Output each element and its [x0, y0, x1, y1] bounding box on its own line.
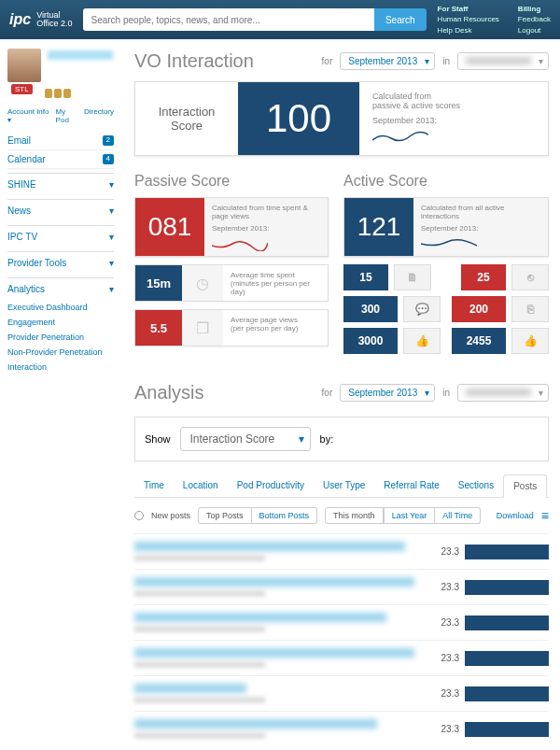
avg-pages-value: 5.5 [135, 310, 182, 346]
sidebar: STL Account Info ▾ My Pod Directory Emai… [0, 39, 121, 750]
tab-time[interactable]: Time [134, 474, 174, 497]
staff-heading: For Staff [438, 4, 499, 14]
directory-link[interactable]: Directory [84, 107, 114, 124]
sidebar-shine[interactable]: SHINE▾ [7, 173, 114, 195]
logo-ipc: ipc [9, 11, 31, 28]
post-row[interactable]: 23.3 [134, 640, 549, 675]
logout-link[interactable]: Logout [518, 25, 551, 35]
month-dropdown[interactable]: September 2013 [340, 52, 435, 70]
passive-heading: Passive Score [134, 173, 329, 190]
page-title: VO Interaction [134, 50, 315, 72]
user-block: STL [7, 49, 114, 100]
sub-dashboard[interactable]: Executive Dashboard [7, 300, 114, 315]
top-links: For Staff Human Resources Help Desk Bill… [438, 4, 551, 35]
interaction-score-card: Interaction Score 100 Calculated from pa… [134, 81, 549, 156]
active-column: Active Score 121 Calculated from all act… [343, 173, 549, 360]
passive-column: Passive Score 081 Calculated from time s… [134, 173, 329, 360]
comment-icon: 💬 [403, 296, 441, 322]
tab-location[interactable]: Location [174, 474, 228, 497]
sparkline-icon [372, 131, 460, 146]
tab-referral[interactable]: Referral Rate [374, 474, 448, 497]
billing-heading: Billing [518, 4, 551, 14]
menu-icon[interactable]: ≡ [541, 508, 549, 523]
active-value: 121 [344, 198, 413, 256]
search-wrap: Search [83, 8, 426, 31]
logo: ipc Virtual Office 2.0 [9, 11, 72, 28]
sub-interaction[interactable]: Interaction [7, 360, 114, 375]
bar-icon [465, 616, 549, 630]
bar-icon [465, 651, 549, 666]
avg-time-row: 15m ◷ Average time spent(minutes per per… [134, 264, 329, 302]
tab-user[interactable]: User Type [314, 474, 374, 497]
mypod-link[interactable]: My Pod [56, 107, 78, 124]
sidebar-ipctv[interactable]: IPC TV▾ [7, 225, 114, 248]
active-stat-2: 25 [461, 264, 506, 290]
search-input[interactable] [83, 8, 373, 31]
tab-posts[interactable]: Posts [503, 474, 547, 498]
avg-pages-row: 5.5 ❐ Average page views(per person per … [134, 309, 329, 347]
analysis-tabs: Time Location Pod Productivity User Type… [134, 474, 549, 498]
post-row[interactable]: 23.3 [134, 604, 549, 640]
hr-link[interactable]: Human Resources [438, 14, 499, 24]
doc-icon: 🗎 [394, 264, 431, 290]
helpdesk-link[interactable]: Help Desk [438, 25, 499, 35]
sidebar-news[interactable]: News▾ [7, 199, 114, 221]
metric-dropdown[interactable]: Interaction Score [180, 427, 311, 451]
filter-row: New posts Top Posts Bottom Posts This mo… [134, 498, 549, 533]
active-stat-4: 200 [452, 296, 506, 322]
reply-icon: ⎘ [511, 296, 549, 322]
bar-icon [465, 545, 549, 559]
logo-vo: Virtual Office 2.0 [36, 11, 72, 28]
bar-icon [465, 722, 549, 737]
bottom-posts-btn[interactable]: Bottom Posts [252, 507, 318, 524]
share-icon: ⎋ [511, 264, 549, 290]
badge-stl: STL [11, 84, 33, 94]
sidebar-email[interactable]: Email 2 [7, 132, 114, 150]
analysis-month-dropdown[interactable]: September 2013 [340, 384, 435, 402]
sub-provider[interactable]: Provider Penetration [7, 330, 114, 345]
bar-icon [465, 686, 549, 701]
sidebar-analytics[interactable]: Analytics▾ [7, 277, 114, 300]
sub-nonprovider[interactable]: Non-Provider Penetration [7, 345, 114, 360]
avatar[interactable] [7, 49, 41, 82]
alltime-btn[interactable]: All Time [435, 507, 481, 524]
active-stat-3: 300 [343, 296, 398, 322]
avg-time-value: 15m [135, 265, 182, 301]
newposts-radio[interactable] [134, 511, 144, 520]
calendar-badge: 4 [103, 154, 114, 164]
account-link[interactable]: Account Info ▾ [7, 107, 50, 124]
clock-icon: ◷ [182, 265, 223, 301]
analysis-title: Analysis [134, 382, 315, 403]
post-row[interactable]: 23.3 [134, 533, 549, 569]
like-icon: 👍 [403, 328, 441, 354]
posts-list: 23.3 23.3 23.3 23.3 23.3 23.3 [134, 533, 549, 746]
username [48, 50, 113, 60]
post-row[interactable]: 23.3 [134, 675, 549, 711]
sub-engagement[interactable]: Engagement [7, 315, 114, 330]
interaction-label: Interaction Score [135, 105, 238, 133]
active-heading: Active Score [343, 173, 549, 190]
like2-icon: 👍 [511, 328, 549, 354]
search-button[interactable]: Search [374, 8, 427, 31]
sidebar-provider[interactable]: Provider Tools▾ [7, 251, 114, 274]
interaction-value: 100 [238, 82, 359, 155]
main: VO Interaction for September 2013 in Int… [121, 39, 560, 750]
active-stat-1: 15 [343, 264, 388, 290]
tab-pod[interactable]: Pod Productivity [228, 474, 314, 497]
sidebar-calendar[interactable]: Calendar 4 [7, 150, 114, 169]
show-box: Show Interaction Score by: [134, 417, 549, 461]
post-row[interactable]: 23.3 [134, 569, 549, 604]
sparkline-icon [212, 238, 320, 253]
year-btn[interactable]: Last Year [384, 507, 436, 524]
feedback-link[interactable]: Feedback [518, 14, 551, 24]
download-link[interactable]: Download [497, 511, 534, 520]
tab-sections[interactable]: Sections [449, 474, 503, 497]
bar-icon [465, 580, 549, 595]
post-sort-group: Top Posts Bottom Posts [198, 507, 317, 524]
top-posts-btn[interactable]: Top Posts [198, 507, 252, 524]
nav-links: Account Info ▾ My Pod Directory [7, 107, 114, 124]
month-btn[interactable]: This month [325, 507, 384, 524]
post-row[interactable]: 23.3 [134, 711, 549, 746]
scope-dropdown[interactable] [457, 52, 549, 70]
analysis-scope-dropdown[interactable] [457, 384, 549, 402]
